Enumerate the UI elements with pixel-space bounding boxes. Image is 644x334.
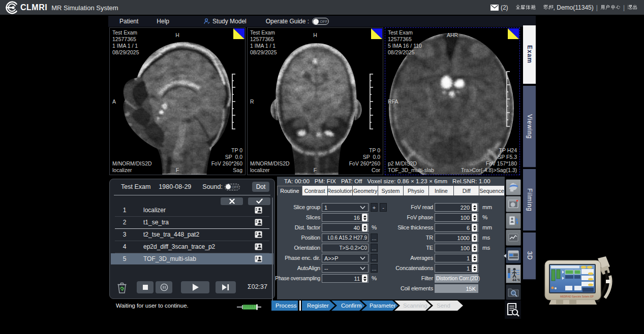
spinner[interactable] — [472, 264, 477, 272]
status-message: Waiting for user to continue. — [116, 303, 189, 309]
tab-filming[interactable]: Filming — [523, 169, 536, 231]
sound-toggle[interactable]: OFF — [225, 184, 240, 190]
spinner-down-icon[interactable] — [473, 239, 476, 241]
spinner-down-icon[interactable] — [473, 228, 476, 230]
spinner-down-icon[interactable] — [473, 218, 476, 220]
viewport-sagittal[interactable]: Test Exam 12577365 1 IMA 1 / 1 08/29/202… — [109, 27, 246, 175]
spinner[interactable] — [472, 224, 477, 231]
menu-study-model[interactable]: Study Model — [204, 18, 247, 25]
syringe-icon — [237, 304, 261, 311]
tab-geometry[interactable]: Geometry — [353, 186, 378, 195]
image-search-button[interactable] — [506, 284, 521, 300]
tab-routine[interactable]: Routine — [277, 186, 302, 195]
slice-thickness-input[interactable]: 6 — [435, 223, 478, 232]
filter-field[interactable]: Distortion Corr.(2D) — [435, 274, 478, 283]
field-label: Coil elements — [401, 285, 433, 291]
operate-guide-toggle[interactable]: OFF — [312, 18, 329, 25]
form-row-filter: Filter Distortion Corr.(2D) — [277, 274, 505, 283]
sequence-number: 2 — [118, 219, 131, 226]
viewport-coronal[interactable]: Test Exam 12577365 1 IMA 1 / 1 08/29/202… — [247, 27, 383, 175]
logout-link[interactable] — [627, 4, 637, 11]
spinner-down-icon[interactable] — [473, 259, 476, 261]
spinner-up-icon[interactable] — [473, 246, 476, 248]
sequence-name-label: TOF_3D_multi-slab — [388, 167, 434, 173]
tab-viewing[interactable]: Viewing — [523, 86, 536, 168]
play-button[interactable] — [181, 281, 209, 293]
spinner-up-icon[interactable] — [473, 266, 476, 268]
spinner-up-icon[interactable] — [473, 205, 476, 207]
sequence-row[interactable]: 1 localizer — [111, 205, 273, 216]
parameter-tabs: Routine Contrast Resolution Geometry Sys… — [277, 186, 505, 195]
tab-exam[interactable]: Exam — [523, 25, 536, 85]
cancel-button[interactable] — [221, 197, 243, 205]
fov-read-input[interactable]: 220 — [435, 203, 478, 212]
mode-label: p2 M/DIS2D — [388, 160, 417, 166]
exam-title: Test Exam — [121, 183, 150, 190]
head-position-button[interactable] — [506, 179, 521, 195]
stop-button[interactable] — [137, 281, 154, 293]
sequence-name: localizer — [143, 207, 166, 214]
confirm-button[interactable] — [248, 197, 270, 205]
sequence-row[interactable]: 2 t1_se_tra — [111, 217, 273, 228]
menu-patient[interactable]: Patient — [119, 18, 138, 25]
toggle-knob — [226, 184, 231, 189]
user-center-link[interactable] — [600, 4, 621, 11]
tab-diff[interactable]: Diff — [454, 186, 479, 195]
spinner-up-icon[interactable] — [473, 256, 476, 258]
averages-input[interactable]: 1 — [435, 254, 478, 262]
tab-sequence[interactable]: Sequence — [479, 186, 505, 195]
field-unit: ms — [482, 245, 490, 251]
sar-monitor-button[interactable]: 44 % — [506, 264, 521, 283]
spinner[interactable] — [472, 234, 477, 242]
spinner[interactable] — [472, 244, 477, 252]
spinner-up-icon[interactable] — [473, 215, 476, 217]
sequence-row[interactable]: 4 ep2d_diff_3scan_trace_p2 — [111, 241, 273, 252]
sequence-row[interactable]: 3 t2_tse_tra_448_pat2 — [111, 229, 273, 240]
exam-search-button[interactable] — [505, 300, 521, 319]
field-unit: mm — [482, 224, 492, 230]
collapse-arrow-icon — [504, 254, 506, 258]
viewport-axial[interactable]: Test Exam 12577365 5 IMA 16 / 110 08/29/… — [385, 27, 520, 175]
orientation-top: H — [248, 32, 383, 39]
mail-button[interactable]: (2) — [490, 4, 508, 11]
spinner-down-icon[interactable] — [473, 249, 476, 251]
dot-button[interactable]: Dot — [252, 182, 269, 192]
exam-date: 1980-08-29 — [159, 183, 191, 190]
tab-3d[interactable]: 3D — [523, 232, 536, 280]
form-row-concatenations: Concatenations 1 — [277, 264, 505, 273]
concatenations-input[interactable]: 1 — [435, 264, 478, 273]
spinner-up-icon[interactable] — [473, 236, 476, 238]
coil-elements-field[interactable]: 15K — [435, 284, 478, 293]
tab-inline[interactable]: Inline — [429, 186, 454, 195]
pause-button[interactable] — [156, 281, 172, 293]
spinner-up-icon[interactable] — [473, 225, 476, 227]
spinner-down-icon[interactable] — [473, 269, 476, 271]
spinner[interactable] — [472, 254, 477, 262]
tab-resolution[interactable]: Resolution — [328, 186, 353, 195]
tab-physio[interactable]: Physio — [404, 186, 429, 195]
spinner[interactable] — [472, 204, 477, 211]
fov-phase-input[interactable]: 100 — [435, 213, 478, 222]
form-row-averages: Averages 1 — [277, 254, 505, 262]
fullscreen-link[interactable] — [515, 4, 536, 11]
study-model-label: Study Model — [212, 18, 247, 25]
mail-icon — [490, 5, 499, 11]
te-input[interactable]: 100 — [435, 244, 478, 252]
sequence-row-selected[interactable]: 5 TOF_3D_multi-slab — [111, 253, 273, 264]
orientation-left: RFA — [388, 98, 398, 105]
protocol-panel-button[interactable] — [506, 247, 521, 263]
sound-state: OFF — [232, 185, 239, 189]
trend-chart-button[interactable] — [506, 229, 521, 246]
patient-transfer-button[interactable] — [506, 213, 521, 229]
spinner-down-icon[interactable] — [473, 208, 476, 210]
skip-button[interactable] — [216, 281, 236, 293]
tab-system[interactable]: System — [378, 186, 404, 195]
tab-contrast[interactable]: Contrast — [302, 186, 328, 195]
step-label: Send — [437, 303, 450, 309]
menu-help[interactable]: Help — [157, 18, 169, 25]
trash-icon[interactable] — [117, 282, 127, 293]
scale-ruler — [366, 74, 374, 129]
tr-input[interactable]: 1000 — [435, 233, 478, 242]
registration-window-button[interactable] — [506, 196, 521, 212]
spinner[interactable] — [472, 214, 477, 221]
